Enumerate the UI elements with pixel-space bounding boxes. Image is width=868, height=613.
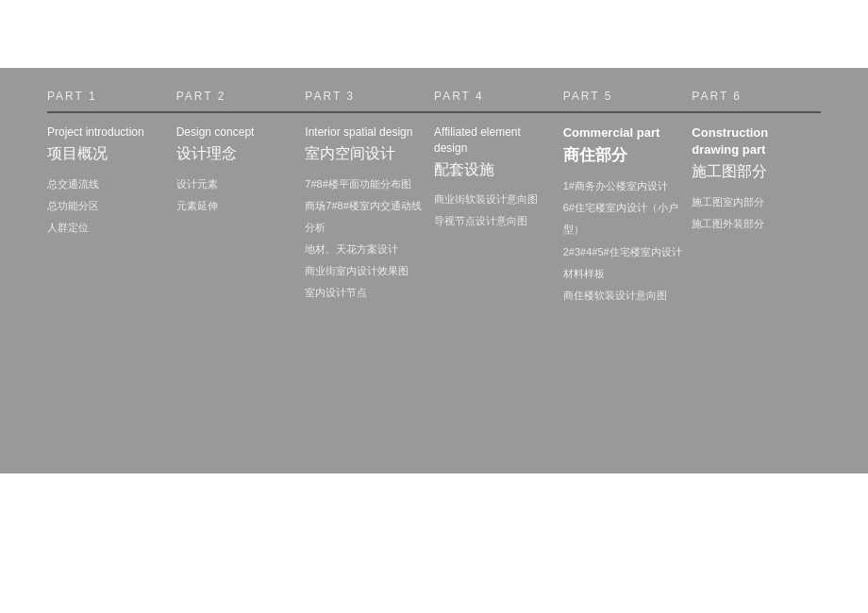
part-label-3: PART 3: [305, 90, 355, 103]
part-5-item-1: 1#商务办公楼室内设计: [563, 175, 683, 197]
part-col-4: Affiliated element design配套设施商业街软装设计意向图导…: [434, 124, 563, 306]
top-section: [0, 0, 868, 58]
part-label-2: PART 2: [176, 90, 226, 103]
part-4-item-1: 商业街软装设计意向图: [434, 189, 554, 210]
part-header-2: PART 2: [176, 87, 306, 104]
part-header-4: PART 4: [434, 87, 563, 104]
part-6-item-1: 施工图室内部分: [692, 191, 811, 213]
part-title-en-1: Project introduction: [47, 124, 167, 141]
part-header-3: PART 3: [305, 87, 434, 104]
part-title-cn-3: 室内空间设计: [305, 144, 425, 164]
part-1-item-3: 人群定位: [47, 217, 167, 239]
part-5-item-2: 6#住宅楼室内设计（小户型）: [563, 197, 683, 240]
part-5-item-4: 材料样板: [563, 263, 683, 285]
part-header-1: PART 1: [47, 87, 176, 104]
part-5-item-5: 商住楼软装设计意向图: [563, 285, 683, 306]
part-label-1: PART 1: [47, 90, 97, 103]
part-title-cn-1: 项目概况: [47, 144, 167, 164]
part-title-en-6: Construction drawing part: [692, 124, 811, 158]
part-3-item-5: 室内设计节点: [305, 282, 425, 304]
part-title-cn-4: 配套设施: [434, 160, 554, 180]
part-col-6: Construction drawing part施工图部分施工图室内部分施工图…: [692, 124, 821, 306]
part-title-en-3: Interior spatial design: [305, 124, 425, 141]
part-4-item-2: 导视节点设计意向图: [434, 210, 554, 232]
part-title-cn-5: 商住部分: [563, 145, 683, 166]
part-header-6: PART 6: [692, 87, 821, 104]
part-col-5: Commercial part商住部分1#商务办公楼室内设计6#住宅楼室内设计（…: [563, 124, 693, 306]
part-3-item-3: 地材、天花方案设计: [305, 239, 425, 260]
bottom-section: PART 1PART 2PART 3PART 4PART 5PART 6 Pro…: [0, 68, 868, 473]
part-3-item-2: 商场7#8#楼室内交通动线分析: [305, 195, 425, 239]
part-5-item-3: 2#3#4#5#住宅楼室内设计: [563, 241, 683, 263]
parts-header: PART 1PART 2PART 3PART 4PART 5PART 6: [47, 87, 821, 113]
part-3-item-4: 商业街室内设计效果图: [305, 260, 425, 282]
part-label-6: PART 6: [692, 90, 742, 103]
part-label-5: PART 5: [563, 90, 613, 103]
part-title-en-2: Design concept: [176, 124, 296, 141]
part-1-item-1: 总交通流线: [47, 174, 167, 195]
part-2-item-2: 元素延伸: [176, 195, 296, 217]
part-title-cn-2: 设计理念: [176, 144, 296, 164]
part-title-en-4: Affiliated element design: [434, 124, 554, 157]
part-6-item-2: 施工图外装部分: [692, 213, 811, 235]
part-title-en-5: Commercial part: [563, 124, 683, 141]
part-label-4: PART 4: [434, 90, 484, 103]
part-1-item-2: 总功能分区: [47, 195, 167, 217]
part-col-1: Project introduction项目概况总交通流线总功能分区人群定位: [47, 124, 176, 306]
part-3-item-1: 7#8#楼平面功能分布图: [305, 174, 425, 195]
part-header-5: PART 5: [563, 87, 693, 104]
parts-content: Project introduction项目概况总交通流线总功能分区人群定位De…: [47, 124, 821, 306]
part-col-3: Interior spatial design室内空间设计7#8#楼平面功能分布…: [305, 124, 434, 306]
part-col-2: Design concept设计理念设计元素元素延伸: [176, 124, 306, 306]
part-title-cn-6: 施工图部分: [692, 162, 811, 182]
part-2-item-1: 设计元素: [176, 174, 296, 195]
